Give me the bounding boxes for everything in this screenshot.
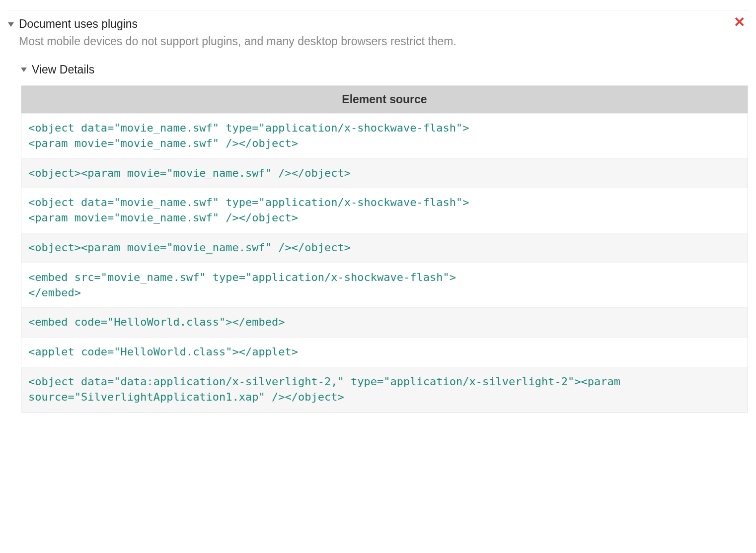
- element-source-cell: <object><param movie="movie_name.swf" />…: [21, 158, 748, 188]
- fail-x-icon: ✕: [734, 15, 745, 29]
- audit-item: Document uses plugins Most mobile device…: [8, 10, 748, 413]
- audit-header: Document uses plugins Most mobile device…: [8, 16, 748, 49]
- table-row: <object><param movie="movie_name.swf" />…: [21, 233, 748, 263]
- table-row: <object data="movie_name.swf" type="appl…: [21, 114, 748, 159]
- details-toggle-row[interactable]: View Details: [21, 63, 748, 76]
- audit-titles: Document uses plugins Most mobile device…: [19, 16, 748, 49]
- table-row: <embed code="HelloWorld.class"></embed>: [21, 308, 748, 338]
- audit-details: View Details Element source <object data…: [8, 63, 748, 413]
- element-source-cell: <applet code="HelloWorld.class"></applet…: [21, 338, 748, 367]
- view-details-label: View Details: [32, 63, 94, 76]
- chevron-down-icon[interactable]: [21, 68, 27, 72]
- element-source-cell: <object><param movie="movie_name.swf" />…: [21, 233, 748, 263]
- table-row: <embed src="movie_name.swf" type="applic…: [21, 263, 748, 308]
- table-row: <object data="movie_name.swf" type="appl…: [21, 188, 748, 233]
- chevron-down-icon[interactable]: [8, 22, 14, 27]
- element-source-cell: <embed code="HelloWorld.class"></embed>: [21, 308, 748, 338]
- element-source-cell: <embed src="movie_name.swf" type="applic…: [21, 263, 748, 308]
- table-row: <object data="data:application/x-silverl…: [21, 367, 748, 413]
- element-source-cell: <object data="movie_name.swf" type="appl…: [21, 114, 748, 159]
- element-source-cell: <object data="data:application/x-silverl…: [21, 367, 748, 413]
- table-header-row: Element source: [21, 86, 748, 114]
- element-source-cell: <object data="movie_name.swf" type="appl…: [21, 188, 748, 233]
- audit-title: Document uses plugins: [19, 16, 748, 32]
- audit-subtitle: Most mobile devices do not support plugi…: [19, 34, 748, 49]
- table-row: <object><param movie="movie_name.swf" />…: [21, 158, 748, 188]
- table-header-cell: Element source: [21, 86, 748, 114]
- table-row: <applet code="HelloWorld.class"></applet…: [21, 338, 748, 367]
- element-source-table: Element source <object data="movie_name.…: [21, 85, 748, 413]
